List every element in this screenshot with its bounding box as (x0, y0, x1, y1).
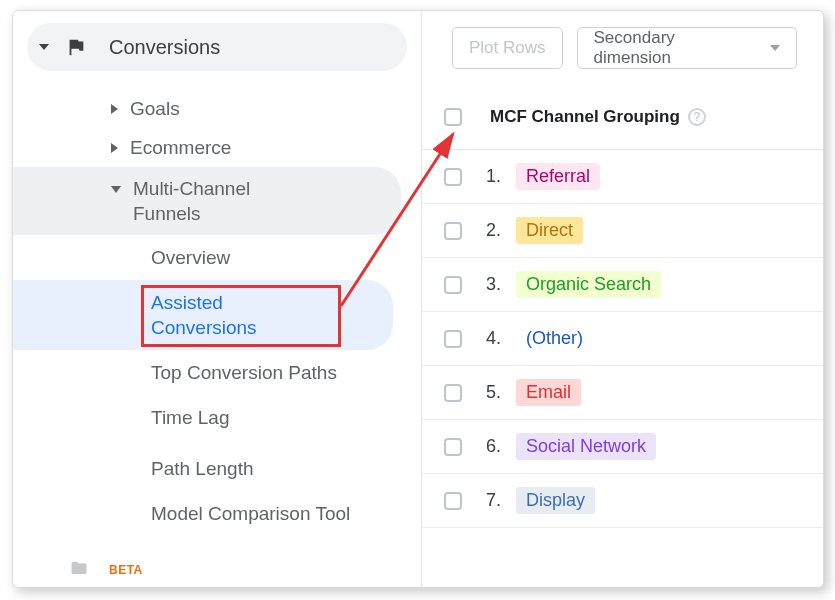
row-checkbox[interactable] (444, 222, 462, 240)
row-checkbox[interactable] (444, 168, 462, 186)
table-row[interactable]: 5.Email (422, 366, 823, 420)
row-number: 5. (486, 382, 516, 403)
channel-pill: Social Network (516, 433, 656, 460)
sidebar-section-label: Conversions (109, 36, 220, 59)
table-row[interactable]: 1.Referral (422, 150, 823, 204)
sidebar-subtree: Overview Assisted Conversions Top Conver… (13, 235, 421, 536)
sidebar-bottom-cutoff: BETA (67, 559, 143, 581)
sidebar-item-overview[interactable]: Overview (151, 235, 393, 280)
flag-icon (65, 36, 87, 58)
table-body: 1.Referral2.Direct3.Organic Search4.(Oth… (422, 150, 823, 528)
channel-pill: Referral (516, 163, 600, 190)
table-row[interactable]: 2.Direct (422, 204, 823, 258)
button-label: Secondary dimension (594, 28, 750, 68)
button-label: Plot Rows (469, 38, 546, 58)
toolbar: Plot Rows Secondary dimension (422, 11, 823, 91)
triangle-right-icon (111, 143, 118, 153)
table-header: MCF Channel Grouping ? (422, 91, 823, 150)
beta-badge: BETA (109, 563, 143, 577)
row-number: 3. (486, 274, 516, 295)
sidebar-item-time-lag[interactable]: Time Lag (151, 395, 393, 440)
secondary-dimension-dropdown[interactable]: Secondary dimension (577, 27, 797, 69)
row-checkbox[interactable] (444, 330, 462, 348)
sidebar: Conversions Goals Ecommerce Multi-Channe… (13, 11, 421, 587)
sidebar-item-ecommerce[interactable]: Ecommerce (111, 128, 401, 167)
row-checkbox[interactable] (444, 276, 462, 294)
row-number: 4. (486, 328, 516, 349)
select-all-checkbox[interactable] (444, 108, 462, 126)
chevron-down-icon (39, 44, 49, 50)
table-row[interactable]: 7.Display (422, 474, 823, 528)
table-row[interactable]: 6.Social Network (422, 420, 823, 474)
plot-rows-button[interactable]: Plot Rows (452, 27, 563, 69)
sidebar-section-conversions[interactable]: Conversions (27, 23, 407, 71)
sidebar-item-label: Goals (130, 96, 180, 121)
sidebar-item-top-conversion-paths[interactable]: Top Conversion Paths (151, 350, 371, 395)
channel-pill: (Other) (516, 325, 593, 352)
triangle-right-icon (111, 104, 118, 114)
channel-pill: Organic Search (516, 271, 661, 298)
sidebar-item-assisted-conversions[interactable]: Assisted Conversions (13, 280, 393, 350)
row-checkbox[interactable] (444, 438, 462, 456)
channel-pill: Email (516, 379, 581, 406)
sidebar-item-goals[interactable]: Goals (111, 89, 401, 128)
row-number: 7. (486, 490, 516, 511)
row-number: 1. (486, 166, 516, 187)
pointer-caret (733, 10, 753, 20)
channel-pill: Display (516, 487, 595, 514)
row-checkbox[interactable] (444, 384, 462, 402)
sidebar-item-path-length[interactable]: Path Length (151, 440, 393, 491)
channel-pill: Direct (516, 217, 583, 244)
window-frame: Conversions Goals Ecommerce Multi-Channe… (12, 10, 824, 588)
chevron-down-icon (770, 45, 780, 51)
triangle-down-icon (111, 186, 121, 193)
folder-icon (67, 559, 91, 581)
table-row[interactable]: 4.(Other) (422, 312, 823, 366)
row-checkbox[interactable] (444, 492, 462, 510)
sidebar-item-label: Multi-Channel Funnels (133, 176, 313, 226)
sidebar-item-label: Ecommerce (130, 135, 231, 160)
sidebar-item-label: Assisted Conversions (151, 290, 321, 340)
help-icon[interactable]: ? (688, 108, 706, 126)
report-panel: Plot Rows Secondary dimension MCF Channe… (421, 11, 823, 587)
column-header-channel: MCF Channel Grouping (490, 107, 680, 127)
row-number: 2. (486, 220, 516, 241)
sidebar-item-model-comparison-tool[interactable]: Model Comparison Tool (151, 491, 371, 536)
layout: Conversions Goals Ecommerce Multi-Channe… (13, 11, 823, 587)
table-row[interactable]: 3.Organic Search (422, 258, 823, 312)
row-number: 6. (486, 436, 516, 457)
sidebar-item-multi-channel-funnels[interactable]: Multi-Channel Funnels (13, 167, 401, 235)
sidebar-tree: Goals Ecommerce Multi-Channel Funnels (13, 89, 421, 235)
